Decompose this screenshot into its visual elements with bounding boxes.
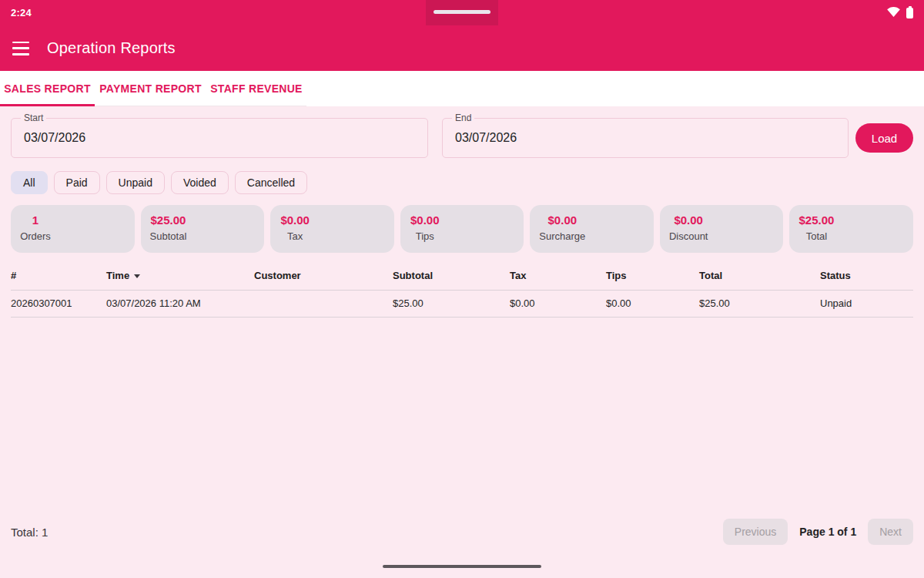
page-title: Operation Reports	[47, 39, 176, 57]
tab-bar: SALES REPORT PAYMENT REPORT STAFF REVENU…	[0, 71, 924, 106]
table-row[interactable]: 20260307001 03/07/2026 11:20 AM $25.00 $…	[11, 291, 913, 318]
summary-card-subtotal: $25.00 Subtotal	[141, 205, 265, 253]
subtotal-value: $25.00	[150, 213, 187, 227]
total-count-label: Total: 1	[11, 526, 48, 539]
date-filter-row: Start 03/07/2026 End 03/07/2026 Load	[11, 118, 913, 158]
end-date-value: 03/07/2026	[443, 119, 848, 145]
tab-strip: SALES REPORT PAYMENT REPORT STAFF REVENU…	[0, 71, 306, 106]
table-footer: Total: 1 Previous Page 1 of 1 Next	[11, 518, 913, 546]
cell-order-number: 20260307001	[11, 297, 106, 309]
summary-card-discount: $0.00 Discount	[660, 205, 784, 253]
clock: 2:24	[11, 7, 32, 18]
report-content: Start 03/07/2026 End 03/07/2026 Load All…	[0, 118, 924, 318]
end-date-field[interactable]: End 03/07/2026	[442, 118, 849, 158]
start-date-value: 03/07/2026	[12, 119, 427, 145]
filter-chip-cancelled[interactable]: Cancelled	[235, 171, 307, 194]
total-value: $25.00	[798, 213, 834, 227]
surcharge-value: $0.00	[539, 213, 585, 227]
header-cell-time[interactable]: Time	[106, 270, 254, 281]
window-drag-handle[interactable]	[434, 10, 490, 14]
header-cell-tax[interactable]: Tax	[510, 270, 606, 281]
wifi-icon	[887, 6, 900, 20]
tax-value: $0.00	[280, 213, 310, 227]
tab-sales-report[interactable]: SALES REPORT	[0, 71, 95, 106]
subtotal-label: Subtotal	[150, 230, 187, 242]
filter-chip-voided[interactable]: Voided	[171, 171, 229, 194]
table-header: # Time Customer Subtotal Tax Tips Total …	[11, 262, 913, 291]
surcharge-label: Surcharge	[539, 230, 585, 242]
orders-table: # Time Customer Subtotal Tax Tips Total …	[11, 262, 913, 318]
summary-card-total: $25.00 Total	[789, 205, 913, 253]
summary-card-tips: $0.00 Tips	[400, 205, 524, 253]
orders-label: Orders	[20, 230, 51, 242]
summary-card-orders: 1 Orders	[11, 205, 135, 253]
header-cell-status[interactable]: Status	[820, 270, 913, 281]
start-date-label: Start	[21, 113, 46, 123]
total-label: Total	[798, 230, 834, 242]
tips-value: $0.00	[410, 213, 440, 227]
summary-card-surcharge: $0.00 Surcharge	[530, 205, 654, 253]
header-cell-subtotal[interactable]: Subtotal	[393, 270, 510, 281]
page-indicator: Page 1 of 1	[799, 526, 856, 538]
camera-notch	[426, 0, 498, 25]
end-date-label: End	[452, 113, 474, 123]
status-filter-chips: All Paid Unpaid Voided Cancelled	[11, 171, 913, 194]
summary-card-tax: $0.00 Tax	[270, 205, 394, 253]
cell-total: $25.00	[699, 297, 820, 309]
menu-button[interactable]	[12, 42, 31, 55]
battery-icon	[906, 8, 913, 18]
hamburger-icon	[12, 42, 29, 44]
status-icons	[887, 6, 913, 20]
summary-cards: 1 Orders $25.00 Subtotal $0.00 Tax $0.00…	[11, 205, 913, 253]
pagination: Previous Page 1 of 1 Next	[723, 519, 913, 545]
cell-tips: $0.00	[606, 297, 699, 309]
load-button[interactable]: Load	[855, 123, 913, 153]
cell-time: 03/07/2026 11:20 AM	[106, 297, 254, 309]
header-cell-total[interactable]: Total	[699, 270, 820, 281]
cell-subtotal: $25.00	[393, 297, 510, 309]
tab-payment-report[interactable]: PAYMENT REPORT	[95, 71, 206, 106]
header-cell-number[interactable]: #	[11, 270, 106, 281]
previous-button[interactable]: Previous	[723, 519, 788, 545]
sort-descending-icon	[134, 274, 140, 278]
filter-chip-all[interactable]: All	[11, 171, 48, 194]
next-button[interactable]: Next	[868, 519, 913, 545]
tab-staff-revenue[interactable]: STAFF REVENUE	[206, 71, 306, 106]
filter-chip-unpaid[interactable]: Unpaid	[106, 171, 165, 194]
tips-label: Tips	[410, 230, 440, 242]
tax-label: Tax	[280, 230, 310, 242]
discount-value: $0.00	[669, 213, 708, 227]
header-cell-tips[interactable]: Tips	[606, 270, 699, 281]
header-cell-customer[interactable]: Customer	[254, 270, 393, 281]
start-date-field[interactable]: Start 03/07/2026	[11, 118, 428, 158]
status-bar: 2:24	[0, 0, 924, 25]
filter-chip-paid[interactable]: Paid	[54, 171, 100, 194]
app-bar: Operation Reports	[0, 25, 924, 71]
gesture-navigation-bar[interactable]	[383, 565, 541, 568]
orders-value: 1	[20, 213, 51, 227]
discount-label: Discount	[669, 230, 708, 242]
cell-status: Unpaid	[820, 297, 913, 309]
cell-tax: $0.00	[510, 297, 606, 309]
